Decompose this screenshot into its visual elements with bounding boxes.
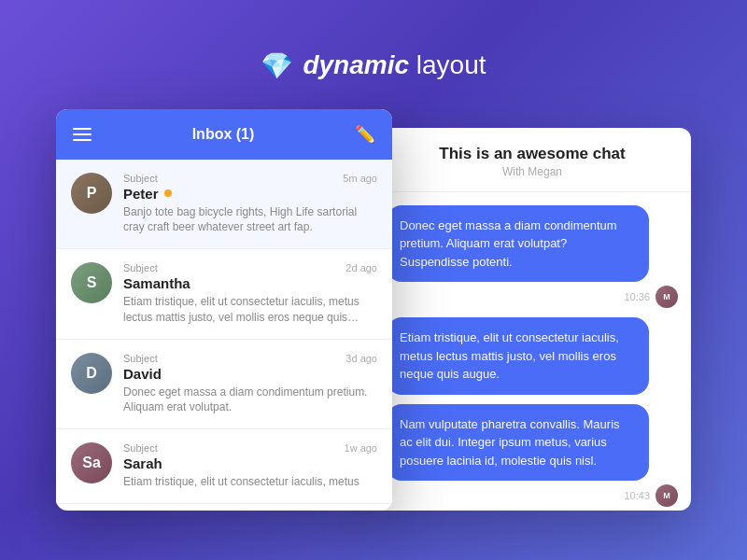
avatar-initials: S [71, 262, 112, 303]
item-preview: Banjo tote bag bicycle rights, High Life… [123, 204, 377, 236]
item-subject: Subject [123, 173, 158, 184]
item-content-samantha: Subject 2d ago Samantha Etiam tristique,… [123, 262, 377, 326]
chat-title: This is an awesome chat [392, 145, 672, 163]
chat-panel: This is an awesome chat With Megan Donec… [374, 128, 691, 511]
inbox-list: P Subject 5m ago Peter Banjo tote bag bi… [56, 160, 392, 511]
message-row-1: Etiam tristique, elit ut consectetur iac… [387, 317, 678, 395]
item-content-sarah: Subject 1w ago Sarah Etiam tristique, el… [123, 442, 377, 490]
chat-subtitle: With Megan [392, 165, 672, 178]
avatar-peter: P [71, 173, 112, 214]
item-name: David [123, 366, 162, 382]
message-bubble-1: Etiam tristique, elit ut consectetur iac… [387, 317, 649, 395]
unread-indicator [164, 189, 172, 197]
item-name-row: Sarah [123, 455, 377, 471]
avatar-initials: Sa [71, 442, 112, 483]
brand-bold: dynamic [303, 50, 409, 79]
brand-header: 💎 dynamic layout [261, 50, 486, 81]
item-time: 1w ago [345, 442, 377, 454]
item-time: 5m ago [343, 173, 377, 184]
item-name: Sarah [123, 455, 162, 471]
menu-button[interactable] [73, 128, 92, 141]
brand-text: dynamic layout [303, 50, 486, 80]
avatar-david: D [71, 353, 112, 394]
item-meta: Subject 2d ago [123, 262, 377, 273]
msg-time: 10:43 [624, 490, 650, 501]
message-bubble-2: Nam vulputate pharetra convallis. Mauris… [387, 404, 649, 482]
msg-time-row: 10:36 M [387, 286, 678, 308]
avatar-initials: D [71, 353, 112, 394]
msg-sender-avatar: M [655, 484, 678, 507]
item-content-david: Subject 3d ago David Donec eget massa a … [123, 353, 377, 416]
message-bubble-0: Donec eget massa a diam condimentum pret… [387, 205, 649, 283]
inbox-item-peter[interactable]: P Subject 5m ago Peter Banjo tote bag bi… [56, 160, 392, 250]
item-name-row: Samantha [123, 275, 377, 291]
item-subject: Subject [123, 442, 158, 454]
item-preview: Donec eget massa a diam condimentum pret… [123, 385, 377, 416]
sketch-icon: 💎 [261, 50, 293, 81]
msg-sender-avatar: M [655, 286, 678, 308]
hamburger-line-2 [73, 133, 92, 135]
brand-light: layout [409, 50, 486, 79]
item-subject: Subject [123, 262, 158, 273]
item-subject: Subject [123, 353, 158, 364]
msg-time-row: 10:43 M [387, 484, 678, 507]
item-time: 3d ago [345, 353, 377, 364]
item-preview: Etiam tristique, elit ut consectetur iac… [123, 294, 377, 326]
inbox-item-david[interactable]: D Subject 3d ago David Donec eget massa … [56, 340, 392, 430]
message-row-0: Donec eget massa a diam condimentum pret… [387, 205, 678, 309]
item-name: Samantha [123, 275, 190, 291]
panels-container: Inbox (1) ✏️ P Subject 5m ago Peter Banj… [56, 109, 691, 511]
item-meta: Subject 5m ago [123, 173, 377, 184]
msg-time: 10:36 [624, 291, 650, 302]
item-name-row: Peter [123, 186, 377, 202]
inbox-header: Inbox (1) ✏️ [56, 109, 392, 160]
chat-messages: Donec eget massa a diam condimentum pret… [374, 192, 691, 510]
message-row-2: Nam vulputate pharetra convallis. Mauris… [387, 404, 678, 508]
hamburger-line-1 [73, 128, 92, 130]
item-preview: Etiam tristique, elit ut consectetur iac… [123, 474, 377, 490]
item-time: 2d ago [345, 262, 377, 273]
chat-header: This is an awesome chat With Megan [374, 128, 691, 192]
item-meta: Subject 1w ago [123, 442, 377, 454]
inbox-item-samantha[interactable]: S Subject 2d ago Samantha Etiam tristiqu… [56, 249, 392, 340]
avatar-samantha: S [71, 262, 112, 303]
item-name: Peter [123, 186, 159, 202]
compose-button[interactable]: ✏️ [355, 124, 375, 145]
item-meta: Subject 3d ago [123, 353, 377, 364]
inbox-item-sarah[interactable]: Sa Subject 1w ago Sarah Etiam tristique,… [56, 429, 392, 504]
item-name-row: David [123, 366, 377, 382]
avatar-initials: P [71, 173, 112, 214]
avatar-sarah: Sa [71, 442, 112, 483]
item-content-peter: Subject 5m ago Peter Banjo tote bag bicy… [123, 173, 377, 236]
inbox-title: Inbox (1) [192, 126, 255, 143]
inbox-panel: Inbox (1) ✏️ P Subject 5m ago Peter Banj… [56, 109, 392, 511]
hamburger-line-3 [73, 139, 92, 141]
